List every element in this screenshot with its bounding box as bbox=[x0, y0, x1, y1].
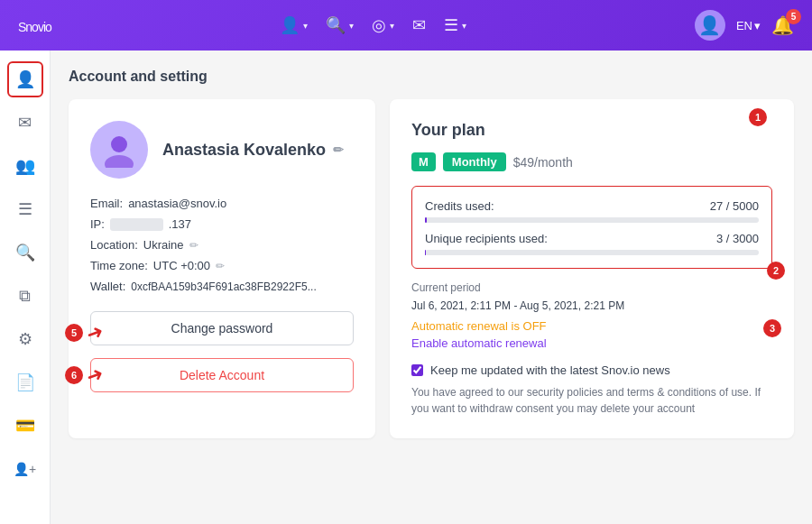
sidebar-item-account[interactable]: 👤 bbox=[7, 61, 43, 97]
renewal-section: Automatic renewal is OFF Enable automati… bbox=[411, 319, 772, 351]
callout-1: 1 bbox=[749, 108, 767, 126]
sidebar-item-settings[interactable]: ⚙ bbox=[7, 321, 43, 357]
card-icon: 💳 bbox=[15, 416, 35, 436]
newsletter-label: Keep me updated with the latest Snov.io … bbox=[430, 363, 670, 377]
callout-6: 6 ➜ bbox=[65, 363, 103, 387]
callout-badge-6: 6 bbox=[65, 366, 83, 384]
nav-mail[interactable]: ✉ bbox=[412, 15, 426, 35]
recipients-label-row: Unique recipients used: 3 / 3000 bbox=[425, 232, 759, 245]
caret-icon: ▾ bbox=[390, 21, 394, 31]
search-icon: 🔍 bbox=[15, 243, 35, 262]
timezone-row: Time zone: UTC +0:00 ✏ bbox=[90, 259, 354, 272]
profile-card: Anastasia Kovalenko ✏ Email: anastasia@s… bbox=[69, 99, 375, 438]
enable-renewal-link[interactable]: Enable automatic renewal bbox=[411, 336, 547, 350]
delete-account-button[interactable]: Delete Account bbox=[90, 358, 354, 392]
callout-3: 3 bbox=[763, 319, 781, 337]
nav-right-group: 👤 EN ▾ 🔔 5 bbox=[695, 10, 794, 41]
list-icon: ☰ bbox=[18, 199, 32, 219]
avatar bbox=[90, 121, 148, 179]
svg-point-0 bbox=[111, 136, 127, 152]
delete-account-section: Delete Account 6 ➜ bbox=[90, 358, 354, 392]
nav-person[interactable]: 👤 ▾ bbox=[280, 15, 308, 35]
copy-icon: ⧉ bbox=[19, 287, 31, 306]
sidebar-item-add-user[interactable]: 👤+ bbox=[7, 451, 43, 487]
email-row: Email: anastasia@snov.io bbox=[90, 197, 354, 210]
consent-text: You have agreed to our security policies… bbox=[411, 384, 772, 417]
plan-card: 1 Your plan M Monthly $49/month Credits … bbox=[390, 99, 794, 438]
ip-row: IP: ██████ .137 bbox=[90, 217, 354, 231]
sidebar-item-list[interactable]: ☰ bbox=[7, 191, 43, 227]
profile-name-wrap: Anastasia Kovalenko ✏ bbox=[162, 141, 344, 160]
sidebar-item-mail[interactable]: ✉ bbox=[7, 105, 43, 141]
caret-icon: ▾ bbox=[754, 19, 761, 32]
sidebar-item-copy[interactable]: ⧉ bbox=[7, 278, 43, 314]
caret-icon: ▾ bbox=[349, 21, 354, 31]
top-navigation: Snovio 👤 ▾ 🔍 ▾ ◎ ▾ ✉ ☰ ▾ 👤 EN ▾ 🔔 5 bbox=[0, 0, 812, 51]
nav-clock[interactable]: ◎ ▾ bbox=[372, 15, 394, 35]
change-password-button[interactable]: Change password bbox=[90, 311, 354, 345]
doc-icon: 📄 bbox=[15, 372, 35, 392]
page-title: Account and setting bbox=[69, 69, 794, 85]
credits-progress-bg bbox=[425, 217, 759, 223]
svg-point-1 bbox=[105, 155, 134, 168]
callout-2: 2 bbox=[767, 262, 785, 280]
credits-label-row: Credits used: 27 / 5000 bbox=[425, 199, 759, 213]
sidebar-item-billing[interactable]: 💳 bbox=[7, 408, 43, 444]
change-password-section: Change password 5 ➜ bbox=[90, 311, 354, 354]
plan-price: $49/month bbox=[513, 155, 573, 170]
newsletter-checkbox[interactable] bbox=[411, 364, 423, 376]
gear-icon: ⚙ bbox=[18, 329, 32, 349]
profile-top: Anastasia Kovalenko ✏ bbox=[90, 121, 354, 179]
edit-name-icon[interactable]: ✏ bbox=[333, 142, 344, 157]
language-selector[interactable]: EN ▾ bbox=[736, 19, 761, 32]
notification-badge: 5 bbox=[786, 9, 801, 24]
newsletter-row: Keep me updated with the latest Snov.io … bbox=[411, 363, 772, 377]
recipients-progress-bg bbox=[425, 250, 759, 255]
profile-name: Anastasia Kovalenko ✏ bbox=[162, 141, 344, 160]
page-body: 👤 ✉ 👥 ☰ 🔍 ⧉ ⚙ 📄 💳 👤+ Account an bbox=[0, 51, 812, 524]
nav-menu[interactable]: ☰ ▾ bbox=[444, 15, 466, 35]
plan-badge-monthly: Monthly bbox=[443, 152, 506, 171]
wallet-row: Wallet: 0xcfBAA159b34F691ac38FB2922F5... bbox=[90, 280, 354, 293]
plan-badges: M Monthly $49/month bbox=[411, 152, 772, 171]
callout-badge-3: 3 bbox=[763, 319, 781, 337]
edit-location-icon[interactable]: ✏ bbox=[189, 239, 198, 252]
callout-5: 5 ➜ bbox=[65, 321, 103, 345]
edit-timezone-icon[interactable]: ✏ bbox=[216, 260, 225, 272]
cards-row: Anastasia Kovalenko ✏ Email: anastasia@s… bbox=[69, 99, 794, 438]
period-dates: Jul 6, 2021, 2:11 PM - Aug 5, 2021, 2:21… bbox=[411, 299, 772, 312]
credits-row: Credits used: 27 / 5000 bbox=[425, 199, 759, 223]
app-logo[interactable]: Snovio bbox=[18, 14, 51, 37]
main-content: Account and setting Anastasia Kovalenko … bbox=[51, 51, 812, 524]
avatar-illustration bbox=[101, 132, 137, 168]
sidebar-item-search[interactable]: 🔍 bbox=[7, 234, 43, 271]
profile-info: Email: anastasia@snov.io IP: ██████ .137… bbox=[90, 197, 354, 293]
sidebar: 👤 ✉ 👥 ☰ 🔍 ⧉ ⚙ 📄 💳 👤+ bbox=[0, 51, 51, 524]
users-icon: 👥 bbox=[15, 156, 35, 176]
caret-icon: ▾ bbox=[303, 21, 308, 31]
mail-icon: ✉ bbox=[18, 113, 32, 133]
sidebar-item-docs[interactable]: 📄 bbox=[7, 364, 43, 400]
location-row: Location: Ukraine ✏ bbox=[90, 238, 354, 252]
current-period-label: Current period bbox=[411, 281, 772, 294]
recipients-row: Unique recipients used: 3 / 3000 bbox=[425, 232, 759, 255]
sidebar-item-users[interactable]: 👥 bbox=[7, 148, 43, 184]
nav-icon-group: 👤 ▾ 🔍 ▾ ◎ ▾ ✉ ☰ ▾ bbox=[73, 15, 673, 35]
renewal-status: Automatic renewal is OFF bbox=[411, 319, 772, 333]
add-user-icon: 👤+ bbox=[14, 462, 36, 476]
nav-search[interactable]: 🔍 ▾ bbox=[326, 15, 354, 35]
plan-progress-section: Credits used: 27 / 5000 Unique recipient… bbox=[411, 186, 772, 269]
callout-badge-5: 5 bbox=[65, 324, 83, 342]
caret-icon: ▾ bbox=[462, 21, 466, 31]
notifications-bell[interactable]: 🔔 5 bbox=[771, 14, 794, 36]
callout-badge-1: 1 bbox=[749, 108, 767, 126]
plan-badge-m: M bbox=[411, 152, 436, 171]
avatar-icon: 👤 bbox=[698, 14, 721, 36]
credits-progress-fill bbox=[425, 217, 427, 223]
plan-title: Your plan bbox=[411, 121, 772, 140]
person-icon: 👤 bbox=[15, 69, 35, 89]
callout-badge-2: 2 bbox=[767, 262, 785, 280]
avatar[interactable]: 👤 bbox=[695, 10, 725, 41]
